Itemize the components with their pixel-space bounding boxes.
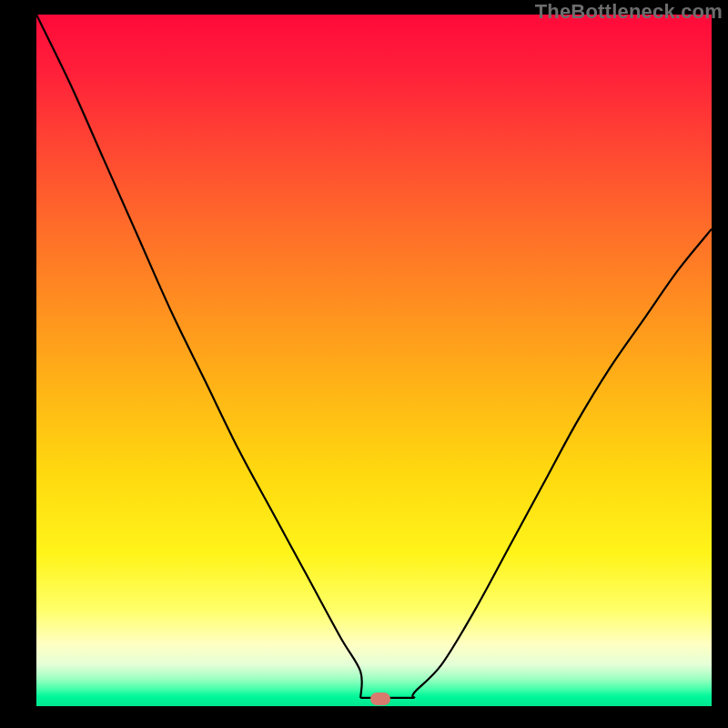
watermark-text: TheBottleneck.com bbox=[535, 0, 723, 24]
optimal-marker bbox=[370, 693, 390, 705]
chart-frame: TheBottleneck.com bbox=[0, 0, 728, 728]
plot-area bbox=[36, 15, 712, 706]
curve-line bbox=[36, 15, 712, 698]
bottleneck-curve bbox=[36, 15, 712, 706]
